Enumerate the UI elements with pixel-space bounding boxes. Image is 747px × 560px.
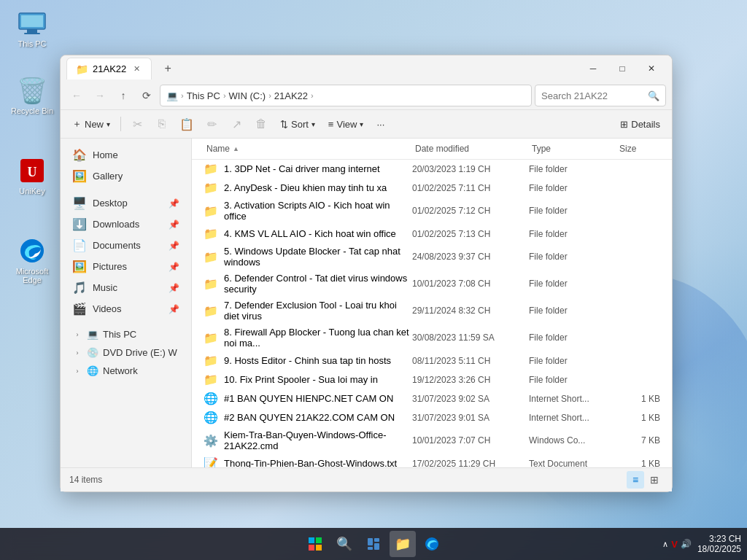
- breadcrumb-this-pc[interactable]: This PC: [187, 90, 220, 101]
- col-header-date[interactable]: Date modified: [412, 141, 529, 156]
- table-row[interactable]: 📁 3. Activation Scripts AIO - Kich hoat …: [192, 198, 672, 225]
- system-tray: ∧ V 🔊: [662, 539, 692, 550]
- sidebar-tree-this-pc[interactable]: › 💻 This PC: [63, 325, 188, 343]
- breadcrumb-win-c[interactable]: WIN (C:): [229, 90, 266, 101]
- table-row[interactable]: 📁 2. AnyDesk - Dieu khien may tinh tu xa…: [192, 179, 672, 198]
- col-header-type[interactable]: Type: [529, 141, 616, 156]
- tray-expand-icon[interactable]: ∧: [662, 540, 668, 549]
- col-header-size[interactable]: Size: [616, 141, 660, 156]
- dvd-tree-icon: 💿: [87, 347, 98, 358]
- forward-button[interactable]: →: [90, 85, 110, 106]
- table-row[interactable]: 📁 5. Windows Update Blocker - Tat cap nh…: [192, 244, 672, 271]
- refresh-button[interactable]: ⟳: [136, 85, 157, 106]
- table-row[interactable]: ⚙️ Kiem-Tra-Ban-Quyen-Windows-Office-21A…: [192, 427, 672, 454]
- tab-close-btn[interactable]: ✕: [131, 63, 142, 75]
- table-row[interactable]: 📁 10. Fix Print Spooler - Sua loi may in…: [192, 370, 672, 389]
- table-row[interactable]: 📁 4. KMS VL ALL AIO - Kich hoat win offi…: [192, 225, 672, 244]
- breadcrumb-bar[interactable]: 💻 › This PC › WIN (C:) › 21AK22 ›: [160, 85, 532, 106]
- file-date: 19/12/2023 3:26 CH: [412, 375, 529, 385]
- sidebar-item-videos[interactable]: 🎬 Videos 📌: [63, 298, 188, 319]
- sidebar-item-home[interactable]: 🏠 Home: [63, 144, 188, 166]
- close-button[interactable]: ✕: [637, 57, 666, 80]
- col-header-name[interactable]: Name ▲: [204, 141, 412, 156]
- edge-taskbar-button[interactable]: [419, 531, 445, 557]
- more-button[interactable]: ···: [371, 116, 390, 133]
- content-area: 🏠 Home 🖼️ Gallery 🖥️ Desktop 📌 ⬇️ Do: [61, 139, 672, 467]
- maximize-button[interactable]: □: [608, 57, 637, 80]
- share-button[interactable]: ↗: [225, 113, 248, 135]
- delete-button[interactable]: 🗑: [249, 113, 273, 135]
- sidebar-tree-dvd[interactable]: › 💿 DVD Drive (E:) W: [63, 343, 188, 362]
- table-row[interactable]: 📁 9. Hosts Editor - Chinh sua tap tin ho…: [192, 351, 672, 370]
- table-row[interactable]: 📁 7. Defender Exclusion Tool - Loai tru …: [192, 298, 672, 324]
- details-view-button[interactable]: ≡: [627, 471, 644, 489]
- sidebar-tree-network[interactable]: › 🌐 Network: [63, 362, 188, 380]
- file-name-text: 4. KMS VL ALL AIO - Kich hoat win office: [224, 228, 396, 239]
- sidebar-item-downloads[interactable]: ⬇️ Downloads 📌: [63, 214, 188, 235]
- view-label: View: [336, 119, 357, 130]
- this-pc-tree-icon: 💻: [87, 329, 98, 340]
- paste-button[interactable]: 📋: [175, 113, 198, 135]
- new-button[interactable]: ＋ New ▾: [66, 114, 116, 133]
- table-row[interactable]: 🌐 #1 BAN QUYEN HIENPC.NET CAM ON 31/07/2…: [192, 389, 672, 408]
- up-button[interactable]: ↑: [113, 85, 133, 106]
- file-type-icon: 🌐: [204, 411, 218, 424]
- start-button[interactable]: [302, 531, 328, 557]
- file-list: 📁 1. 3DP Net - Cai driver mang internet …: [192, 160, 672, 467]
- desktop-icon-unikey[interactable]: U UniKey: [6, 153, 58, 198]
- search-taskbar-button[interactable]: 🔍: [331, 531, 357, 557]
- toolbar: ＋ New ▾ ✂ ⎘ 📋 ✏ ↗ 🗑 ⇅ Sort ▾ ≡ View ▾ ··…: [61, 110, 672, 139]
- breadcrumb-21ak22[interactable]: 21AK22: [274, 90, 308, 101]
- address-bar: ← → ↑ ⟳ 💻 › This PC › WIN (C:) › 21AK22 …: [61, 82, 672, 110]
- taskbar: 🔍 📁 ∧ V 🔊: [0, 528, 747, 560]
- file-name-text: 5. Windows Update Blocker - Tat cap nhat…: [224, 246, 412, 268]
- table-row[interactable]: 📁 8. Firewall App Blocker - Tuong lua ch…: [192, 324, 672, 351]
- pictures-si-icon: 🖼️: [72, 260, 87, 273]
- cut-button[interactable]: ✂: [125, 113, 149, 135]
- icons-view-button[interactable]: ⊞: [646, 471, 663, 489]
- documents-pin-icon: 📌: [169, 241, 179, 251]
- desktop-icon-this-pc[interactable]: This PC: [6, 6, 58, 51]
- toolbar-right: ⊞ Details: [614, 116, 666, 133]
- file-size: 1 KB: [616, 413, 660, 423]
- tab-folder-icon: 📁: [76, 63, 88, 75]
- files-taskbar-button[interactable]: 📁: [390, 531, 416, 557]
- file-type-icon: 📁: [204, 204, 218, 218]
- clock[interactable]: 3:23 CH 18/02/2025: [697, 534, 741, 554]
- sidebar-item-pictures[interactable]: 🖼️ Pictures 📌: [63, 256, 188, 277]
- search-icon: 🔍: [648, 90, 659, 101]
- sort-button[interactable]: ⇅ Sort ▾: [274, 116, 321, 133]
- copy-button[interactable]: ⎘: [150, 113, 174, 135]
- file-type: Windows Co...: [529, 435, 616, 446]
- widgets-button[interactable]: [360, 531, 387, 557]
- details-label: Details: [631, 119, 660, 130]
- minimize-button[interactable]: ─: [578, 57, 608, 80]
- search-input[interactable]: [541, 90, 645, 101]
- search-bar[interactable]: 🔍: [535, 85, 666, 106]
- table-row[interactable]: 📝 Thong-Tin-Phien-Ban-Ghost-Windows.txt …: [192, 454, 672, 467]
- sidebar-item-music[interactable]: 🎵 Music 📌: [63, 277, 188, 298]
- pictures-pin-icon: 📌: [169, 262, 179, 272]
- table-row[interactable]: 📁 6. Defender Control - Tat diet virus w…: [192, 271, 672, 298]
- view-chevron-icon: ▾: [360, 120, 363, 128]
- sidebar-item-documents[interactable]: 📄 Documents 📌: [63, 235, 188, 256]
- sidebar-gallery-label: Gallery: [93, 171, 123, 182]
- new-tab-button[interactable]: +: [158, 58, 178, 79]
- table-row[interactable]: 🌐 #2 BAN QUYEN 21AK22.COM CAM ON 31/07/2…: [192, 408, 672, 427]
- table-row[interactable]: 📁 1. 3DP Net - Cai driver mang internet …: [192, 160, 672, 179]
- sidebar-item-gallery[interactable]: 🖼️ Gallery: [63, 166, 188, 187]
- view-button[interactable]: ≡ View ▾: [322, 116, 370, 133]
- desktop-icon-recycle-bin[interactable]: 🗑️ Recycle Bin: [6, 73, 58, 118]
- file-type: File folder: [529, 332, 616, 343]
- new-icon: ＋: [72, 117, 82, 131]
- explorer-tab[interactable]: 📁 21AK22 ✕: [66, 58, 152, 79]
- back-button[interactable]: ←: [66, 85, 87, 106]
- sidebar-item-desktop[interactable]: 🖥️ Desktop 📌: [63, 192, 188, 214]
- col-type-label: Type: [532, 144, 551, 154]
- details-button[interactable]: ⊞ Details: [614, 116, 666, 133]
- home-icon: 🏠: [72, 148, 87, 162]
- desktop-icon-ms-edge[interactable]: Microsoft Edge: [6, 233, 58, 287]
- sidebar-videos-label: Videos: [93, 303, 122, 314]
- rename-button[interactable]: ✏: [200, 113, 223, 135]
- file-type: Internet Short...: [529, 394, 616, 404]
